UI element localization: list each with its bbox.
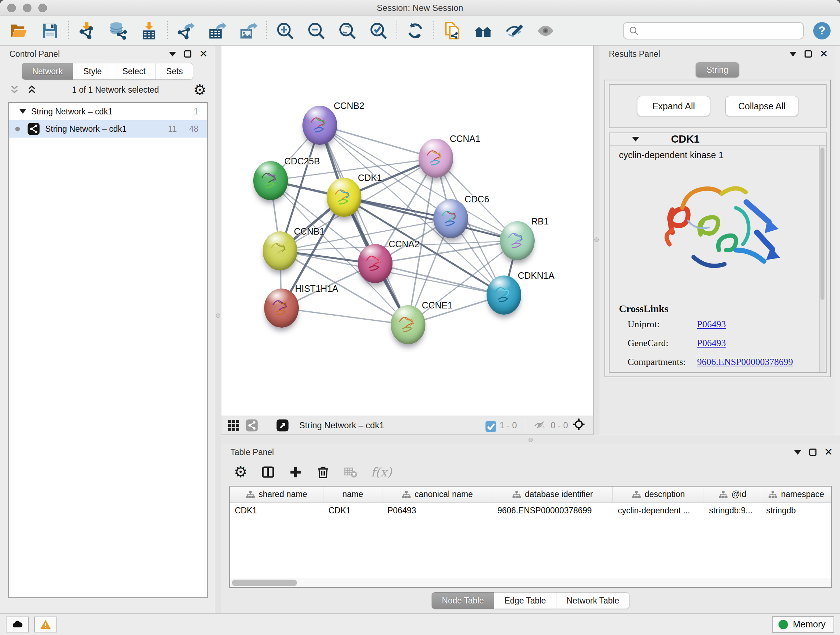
tab-edge-table[interactable]: Edge Table bbox=[494, 592, 556, 609]
close-panel-icon[interactable]: ✕ bbox=[820, 49, 828, 59]
export-network-icon[interactable] bbox=[176, 21, 196, 41]
network-node-CDKN1A[interactable] bbox=[486, 276, 521, 315]
zoom-selected-icon[interactable] bbox=[368, 21, 388, 41]
column-header-namespace[interactable]: namespace bbox=[761, 486, 831, 502]
crosslink-link[interactable]: P06493 bbox=[697, 319, 726, 330]
refresh-layout-icon[interactable] bbox=[405, 21, 425, 41]
grid-view-icon[interactable] bbox=[227, 419, 240, 432]
zoom-in-icon[interactable] bbox=[275, 21, 295, 41]
column-header--id[interactable]: @id bbox=[704, 486, 761, 502]
network-options-gear-icon[interactable]: ⚙ bbox=[193, 82, 206, 97]
gene-section-header[interactable]: CDK1 bbox=[609, 133, 826, 146]
network-edge[interactable] bbox=[375, 264, 504, 295]
float-panel-icon[interactable] bbox=[809, 448, 816, 456]
table-horizontal-scrollbar[interactable] bbox=[230, 578, 831, 587]
copy-session-icon[interactable] bbox=[442, 21, 462, 41]
network-canvas[interactable]: CCNB2CCNA1CDC25BCDK1CDC6RB1CCNB1CCNA2CDK… bbox=[221, 46, 594, 416]
network-node-CCNB2[interactable] bbox=[302, 106, 337, 145]
zoom-fit-icon[interactable] bbox=[337, 21, 357, 41]
network-node-RB1[interactable] bbox=[500, 221, 535, 260]
memory-button[interactable]: Memory bbox=[772, 616, 834, 633]
hide-selected-icon[interactable] bbox=[504, 21, 524, 41]
tab-sets[interactable]: Sets bbox=[156, 63, 193, 80]
export-table-icon[interactable] bbox=[207, 21, 227, 41]
results-scrollbar[interactable] bbox=[819, 146, 825, 373]
column-header-database-identifier[interactable]: database identifier bbox=[493, 486, 613, 502]
search-field[interactable] bbox=[623, 22, 804, 40]
tab-network[interactable]: Network bbox=[22, 63, 73, 80]
table-cell[interactable]: 9606.ENSP00000378699 bbox=[493, 502, 613, 518]
hidden-eye-icon[interactable] bbox=[533, 419, 546, 432]
tab-string[interactable]: String bbox=[696, 62, 739, 78]
network-view-icon[interactable] bbox=[245, 419, 258, 432]
network-row[interactable]: String Network – cdk1 11 48 bbox=[9, 120, 207, 138]
tab-node-table[interactable]: Node Table bbox=[431, 592, 494, 609]
splitter-handle-icon[interactable] bbox=[529, 438, 533, 442]
float-panel-icon[interactable] bbox=[805, 50, 812, 57]
birdseye-crosshair-icon[interactable] bbox=[572, 418, 587, 433]
column-header-shared-name[interactable]: shared name bbox=[230, 486, 324, 502]
network-node-CDC6[interactable] bbox=[433, 199, 468, 238]
save-session-icon[interactable] bbox=[40, 21, 60, 41]
crosslink-link[interactable]: P06493 bbox=[697, 338, 726, 348]
add-column-icon[interactable] bbox=[288, 465, 303, 479]
table-options-gear-icon[interactable]: ⚙ bbox=[233, 465, 248, 479]
column-header-description[interactable]: description bbox=[613, 486, 704, 502]
export-image-icon[interactable] bbox=[238, 21, 258, 41]
splitter-handle-icon[interactable] bbox=[594, 238, 599, 242]
horizontal-splitter[interactable] bbox=[221, 435, 840, 444]
open-session-icon[interactable] bbox=[9, 21, 29, 41]
table-cell[interactable]: stringdb bbox=[761, 502, 831, 518]
import-database-icon[interactable] bbox=[108, 21, 128, 41]
show-columns-icon[interactable] bbox=[261, 465, 275, 479]
zoom-out-icon[interactable] bbox=[306, 21, 326, 41]
delete-column-icon[interactable] bbox=[316, 465, 330, 479]
import-table-icon[interactable] bbox=[139, 21, 159, 41]
network-node-CCNA2[interactable] bbox=[358, 244, 393, 283]
scrollbar-thumb[interactable] bbox=[232, 580, 297, 586]
panel-menu-icon[interactable] bbox=[789, 52, 797, 57]
network-node-HIST1H1A[interactable] bbox=[264, 288, 299, 328]
detach-view-icon[interactable] bbox=[276, 419, 289, 432]
network-collection-row[interactable]: String Network – cdk1 1 bbox=[9, 103, 207, 120]
network-node-CDC25B[interactable] bbox=[253, 161, 288, 200]
table-cell[interactable]: stringdb:9... bbox=[704, 502, 761, 518]
help-button[interactable]: ? bbox=[813, 22, 831, 40]
tab-network-table[interactable]: Network Table bbox=[556, 592, 630, 609]
search-input[interactable] bbox=[643, 26, 799, 36]
splitter-handle-icon[interactable] bbox=[216, 314, 220, 318]
home-view-icon[interactable] bbox=[473, 21, 493, 41]
collapse-section-icon[interactable] bbox=[632, 137, 639, 141]
network-node-CCNA1[interactable] bbox=[418, 139, 453, 178]
expand-all-networks-icon[interactable] bbox=[26, 84, 38, 96]
network-edge[interactable] bbox=[320, 125, 408, 325]
network-node-CCNE1[interactable] bbox=[391, 305, 425, 344]
expand-all-button[interactable]: Expand All bbox=[637, 96, 710, 116]
network-node-CDK1[interactable] bbox=[327, 178, 362, 217]
right-splitter[interactable] bbox=[594, 46, 600, 435]
tab-style[interactable]: Style bbox=[73, 63, 112, 80]
table-cell[interactable]: CDK1 bbox=[230, 502, 324, 518]
import-network-icon[interactable] bbox=[77, 21, 97, 41]
table-row[interactable]: CDK1CDK1P064939606.ENSP00000378699cyclin… bbox=[230, 502, 831, 518]
warnings-button[interactable] bbox=[34, 616, 57, 632]
table-cell[interactable]: CDK1 bbox=[324, 502, 382, 518]
column-header-canonical-name[interactable]: canonical name bbox=[382, 486, 493, 502]
network-edge[interactable] bbox=[281, 308, 409, 325]
show-all-icon[interactable] bbox=[535, 21, 556, 41]
float-panel-icon[interactable] bbox=[184, 50, 191, 57]
network-node-CCNB1[interactable] bbox=[263, 231, 297, 271]
close-panel-icon[interactable]: ✕ bbox=[824, 447, 833, 457]
cloud-status-button[interactable] bbox=[6, 616, 29, 632]
crosslink-link[interactable]: 9606.ENSP00000378699 bbox=[697, 356, 793, 367]
panel-menu-icon[interactable] bbox=[794, 450, 801, 455]
close-panel-icon[interactable]: ✕ bbox=[199, 49, 208, 59]
collapse-all-networks-icon[interactable] bbox=[9, 84, 20, 96]
selected-checkbox-icon[interactable] bbox=[485, 420, 495, 431]
collapse-all-button[interactable]: Collapse All bbox=[725, 96, 798, 116]
panel-menu-icon[interactable] bbox=[169, 52, 176, 57]
table-cell[interactable]: P06493 bbox=[382, 502, 493, 518]
table-cell[interactable]: cyclin-dependent ... bbox=[613, 502, 704, 518]
tree-expand-icon[interactable] bbox=[19, 109, 26, 114]
column-header-name[interactable]: name bbox=[324, 486, 382, 502]
